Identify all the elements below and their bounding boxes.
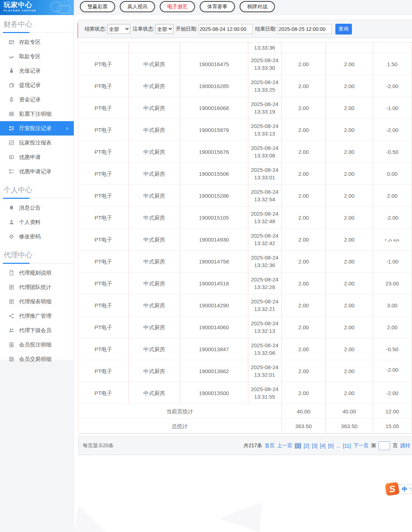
sidebar: 玩家中心 PLAYERS CENTER 财务中心存款专区取款专区充值记录提现记录… [0,0,74,360]
top-strip: 雙赢彩票真人视讯电子游艺体育赛事棋牌对战 [74,0,412,15]
sidebar-item-label: 优惠申请 [19,154,41,161]
sidebar-item-提现记录[interactable]: 提现记录 [0,78,74,92]
pages-ellipsis: ... [336,443,340,449]
order-cell: 1900014930 [180,229,248,251]
order-cell: 1900015286 [180,185,248,207]
sidebar-item-优惠申请记录[interactable]: 优惠申请记录 [0,164,74,179]
clipboard-icon [9,342,14,348]
sidebar-item-label: 个人资料 [19,219,41,226]
sidebar-item-会员投注明细[interactable]: 会员投注明细 [0,338,74,352]
sidebar-section-title: 财务中心 [0,15,74,33]
sidebar-item-代理团队统计[interactable]: 代理团队统计 [0,280,74,294]
time-cell: 2025-08-2413:32:48 [248,207,281,229]
filter-bar: 结算状态: 全部 注单状态: 全部 开始日期: 结束日期: 查询 [78,20,412,38]
order-status-select[interactable]: 全部 [155,24,173,34]
search-button[interactable]: 查询 [335,24,352,35]
sidebar-item-资金记录[interactable]: 资金记录 [0,92,74,107]
sidebar-item-代理推广管理[interactable]: 代理推广管理 [0,309,74,323]
sidebar-item-彩票下注明细[interactable]: 彩票下注明细 [0,107,74,121]
coin-bag-icon [9,97,14,102]
sidebar-item-label: 代理推广管理 [19,313,51,320]
order-cell: 1900014060 [180,316,248,338]
game-cell [128,42,180,53]
pagination-bar: 每页显示20条 共217条首页上一页[1][2][3][4][5]...[11]… [78,436,412,455]
chevron-right-icon: › [66,125,68,131]
sidebar-item-会员交易明细[interactable]: 会员交易明细 [0,352,74,366]
sidebar-item-消息公告[interactable]: 消息公告 [0,201,74,215]
vendor-cell: PT电子 [78,316,128,338]
valid-bet-cell: 2.00 [326,229,373,251]
sidebar-item-代理报表明细[interactable]: 代理报表明细 [0,294,74,309]
stats-valid-bet-cell: 363.50 [326,419,373,434]
prev-page-link[interactable]: 上一页 [277,442,292,449]
jump-page-input[interactable] [379,441,390,450]
game-cell: 中式厨房 [128,207,180,229]
winloss-cell: 2.00 [373,185,412,207]
next-page-link[interactable]: 下一页 [353,442,368,449]
tab-棋牌对战[interactable]: 棋牌对战 [240,1,275,12]
sidebar-item-代理下级会员[interactable]: 代理下级会员 [0,323,74,338]
winloss-cell: -1.00 [373,251,412,272]
card-icon [9,39,14,45]
table-row: PT电子中式厨房19000164752025-08-2413:33:302.00… [78,53,412,75]
game-cell: 中式厨房 [128,294,180,316]
table-row: PT电子中式厨房19000151052025-08-2413:32:482.00… [78,207,412,229]
first-page-link[interactable]: 首页 [264,442,275,449]
sidebar-section-title: 个人中心 [0,181,74,198]
last-page-link[interactable]: [11] [343,443,351,449]
vendor-cell: PT电子 [78,163,128,185]
game-cell: 中式厨房 [128,229,180,251]
page-link[interactable]: [3] [312,443,318,449]
bet-cell: 2.00 [281,382,326,404]
tab-体育赛事[interactable]: 体育赛事 [200,1,235,12]
bet-cell: 2.00 [281,207,326,229]
user-icon [9,219,14,225]
page-link[interactable]: [4] [320,443,326,449]
sidebar-item-label: 提现记录 [19,82,41,89]
total-stats-row: 总统计363.50363.5015.05 [78,419,412,434]
ime-logo-icon[interactable]: S [385,482,399,496]
sidebar-item-优惠申请[interactable]: 优惠申请 [0,150,74,164]
share-icon [9,313,14,319]
ime-toolbar[interactable]: 中 °, S [386,482,399,496]
page-link-current[interactable]: [1] [295,443,301,449]
valid-bet-cell: 2.00 [326,75,373,97]
start-date-input[interactable] [199,24,253,34]
table-row: PT电子中式厨房19000155062025-08-2413:33:012.00… [78,163,412,185]
sidebar-item-玩家投注报表[interactable]: 玩家投注报表 [0,136,74,150]
settle-status-select[interactable]: 全部 [107,24,130,34]
sidebar-item-厅室投注记录[interactable]: 厅室投注记录› [0,121,74,136]
sidebar-item-取款专区[interactable]: 取款专区 [0,49,74,64]
order-cell: 1900013847 [180,338,248,360]
bet-cell: 2.00 [281,251,326,272]
time-cell: 2025-08-2413:32:42 [248,229,281,251]
winloss-cell: 2.00 [373,316,412,338]
start-date-label: 开始日期: [176,26,198,32]
ime-lang-indicator[interactable]: 中 [402,486,407,493]
brand-header: 玩家中心 PLAYERS CENTER [0,0,74,15]
sidebar-item-代理规则说明[interactable]: 代理规则说明 [0,266,74,280]
table-row: PT电子中式厨房19000158792025-08-2413:33:132.00… [78,119,412,141]
tab-真人视讯[interactable]: 真人视讯 [120,1,155,12]
game-cell: 中式厨房 [128,97,180,119]
sidebar-item-个人资料[interactable]: 个人资料 [0,215,74,229]
valid-bet-cell: 2.00 [326,316,373,338]
list-check-icon [9,169,14,174]
sidebar-item-修改密码[interactable]: 修改密码 [0,229,74,244]
ime-punct-indicator[interactable]: °, [409,487,412,492]
end-date-input[interactable] [278,24,332,34]
stats-winloss-cell: 12.00 [373,404,412,419]
winloss-cell: -0.50 [373,338,412,360]
valid-bet-cell: 2.00 [326,338,373,360]
page-link[interactable]: [2] [304,443,309,449]
sidebar-item-充值记录[interactable]: 充值记录 [0,64,74,78]
game-cell: 中式厨房 [128,53,180,75]
jump-button[interactable]: 跳转 [400,442,410,449]
sidebar-item-存款专区[interactable]: 存款专区 [0,35,74,49]
table-row: PT电子中式厨房19000135002025-08-2413:31:552.00… [78,382,412,404]
tab-雙赢彩票[interactable]: 雙赢彩票 [80,1,115,12]
sidebar-item-label: 资金记录 [19,96,41,103]
page-link[interactable]: [5] [328,443,334,449]
vendor-cell: PT电子 [78,229,128,251]
tab-电子游艺[interactable]: 电子游艺 [160,1,195,12]
